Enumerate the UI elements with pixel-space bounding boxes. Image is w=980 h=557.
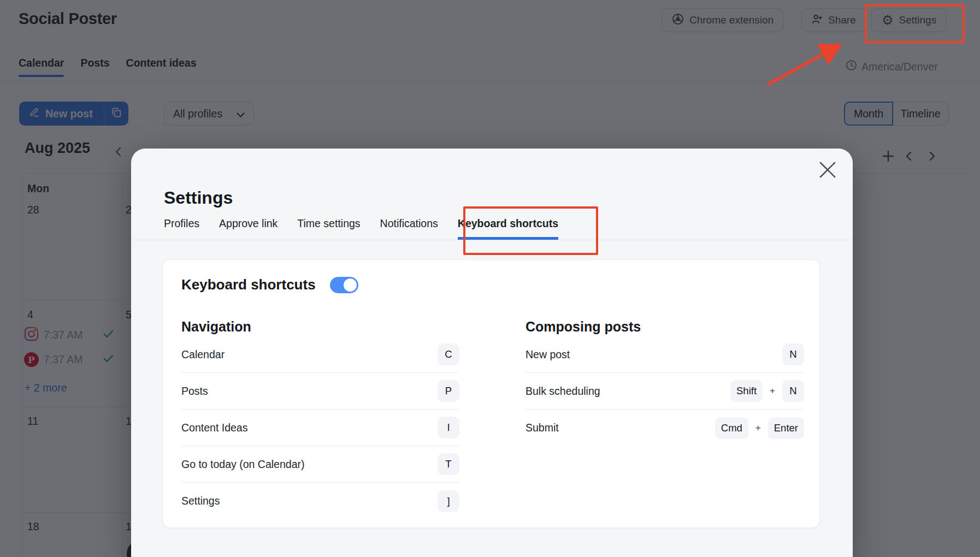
keyboard-shortcuts-card: Keyboard shortcuts Navigation Calendar C… bbox=[162, 259, 820, 528]
annotation-box-keyboard-shortcuts-tab bbox=[463, 206, 598, 255]
key-badge: C bbox=[438, 343, 459, 365]
settings-tab-profiles[interactable]: Profiles bbox=[164, 217, 199, 240]
shortcut-row: Bulk scheduling Shift + N bbox=[526, 373, 804, 410]
shortcut-row: Go to today (on Calendar) T bbox=[181, 446, 459, 483]
navigation-section: Navigation Calendar C Posts P Content Id… bbox=[181, 317, 459, 519]
section-heading: Navigation bbox=[181, 317, 459, 336]
shortcut-row: Submit Cmd + Enter bbox=[526, 410, 804, 446]
key-badge: T bbox=[438, 453, 459, 475]
toggle-knob bbox=[344, 278, 357, 292]
annotation-box-settings-button bbox=[865, 4, 965, 43]
keyboard-shortcuts-toggle[interactable] bbox=[330, 277, 358, 293]
key-badge: ] bbox=[438, 490, 459, 512]
keyboard-shortcuts-heading: Keyboard shortcuts bbox=[181, 276, 316, 293]
key-separator: + bbox=[755, 423, 761, 434]
shortcut-row: Content Ideas I bbox=[181, 410, 459, 446]
key-badge: N bbox=[782, 380, 804, 402]
shortcut-row: Posts P bbox=[181, 373, 459, 410]
annotation-arrow bbox=[757, 34, 855, 91]
shortcut-row: New post N bbox=[526, 336, 804, 373]
section-heading: Composing posts bbox=[526, 317, 804, 336]
shortcut-row: Settings ] bbox=[181, 483, 459, 519]
close-icon[interactable] bbox=[817, 159, 838, 180]
composing-posts-section: Composing posts New post N Bulk scheduli… bbox=[526, 317, 804, 519]
settings-tab-time-settings[interactable]: Time settings bbox=[297, 217, 360, 240]
settings-tab-approve-link[interactable]: Approve link bbox=[219, 217, 278, 240]
modal-title: Settings bbox=[164, 188, 233, 208]
key-badge: I bbox=[438, 417, 459, 439]
key-separator: + bbox=[770, 386, 775, 396]
key-badge: N bbox=[782, 343, 804, 365]
shortcut-row: Calendar C bbox=[181, 336, 459, 373]
settings-tab-notifications[interactable]: Notifications bbox=[380, 217, 438, 240]
key-badge: P bbox=[438, 380, 459, 402]
key-badge: Enter bbox=[768, 417, 804, 439]
key-badge: Cmd bbox=[715, 417, 748, 439]
app-window: Social Poster Chrome extension Share ⚙ S… bbox=[0, 0, 980, 557]
key-badge: Shift bbox=[730, 380, 763, 402]
